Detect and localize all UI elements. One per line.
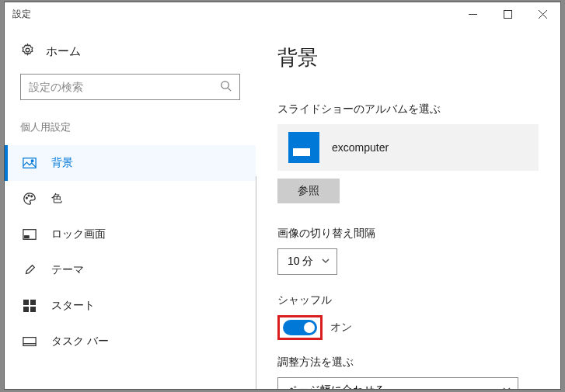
sidebar-item-taskbar[interactable]: タスク バー [5,324,256,359]
svg-rect-16 [23,307,29,312]
browse-button[interactable]: 参照 [277,179,340,203]
home-label: ホーム [46,44,81,59]
chevron-down-icon [321,255,330,268]
svg-rect-1 [504,10,512,18]
shuffle-toggle[interactable] [283,320,317,335]
window-title: 設定 [12,8,31,21]
brush-icon [22,263,37,277]
svg-rect-14 [23,300,29,305]
fit-label: 調整方法を選ぶ [277,356,539,369]
album-name: excomputer [332,141,389,154]
sidebar-item-colors[interactable]: 色 [5,181,256,217]
album-row[interactable]: excomputer [277,124,539,171]
svg-rect-15 [30,300,36,305]
sidebar-item-label: テーマ [51,263,84,277]
sidebar-item-label: 背景 [51,156,73,170]
chevron-down-icon [502,384,511,389]
minimize-button[interactable] [455,2,490,26]
album-section-label: スライドショーのアルバムを選ぶ [277,102,539,116]
content-pane: 背景 スライドショーのアルバムを選ぶ excomputer 参照 画像の切り替え… [256,26,560,389]
sidebar-item-background[interactable]: 背景 [5,145,256,181]
titlebar: 設定 [5,2,560,26]
search-input[interactable] [29,81,220,93]
taskbar-icon [22,335,37,349]
svg-point-11 [31,196,33,197]
sidebar-item-lockscreen[interactable]: ロック画面 [5,217,256,252]
svg-point-4 [26,48,30,52]
shuffle-label: シャッフル [277,293,539,307]
close-button[interactable] [525,2,560,26]
svg-rect-7 [23,158,36,168]
category-label: 個人用設定 [5,120,256,145]
page-title: 背景 [277,44,539,71]
palette-icon [22,192,37,206]
svg-point-9 [26,197,28,199]
shuffle-state: オン [330,321,352,335]
interval-value: 10 分 [288,255,313,269]
settings-window: 設定 ホーム [4,2,561,390]
annotation-highlight [277,315,323,340]
svg-line-6 [228,88,231,91]
start-icon [22,299,37,313]
svg-rect-17 [30,307,36,312]
sidebar: ホーム 個人用設定 背景 [5,26,256,389]
search-box[interactable] [20,74,240,100]
sidebar-item-label: タスク バー [51,335,109,349]
picture-icon [22,156,37,170]
svg-point-10 [28,195,30,196]
interval-dropdown[interactable]: 10 分 [277,248,337,275]
content-divider [256,176,256,389]
lockscreen-icon [22,227,37,241]
home-link[interactable]: ホーム [5,38,256,74]
folder-icon [288,132,319,163]
interval-label: 画像の切り替え間隔 [277,227,539,241]
sidebar-item-label: ロック画面 [51,227,106,241]
maximize-button[interactable] [490,2,525,26]
gear-icon [20,43,35,60]
sidebar-item-label: スタート [51,299,95,313]
sidebar-item-start[interactable]: スタート [5,288,256,324]
fit-dropdown[interactable]: ページ幅に合わせる [277,377,518,389]
sidebar-item-label: 色 [51,192,62,206]
sidebar-item-themes[interactable]: テーマ [5,252,256,288]
svg-rect-18 [23,338,36,346]
svg-rect-13 [25,236,29,238]
svg-point-5 [221,81,228,88]
search-icon [220,80,232,95]
fit-value: ページ幅に合わせる [288,383,385,389]
svg-point-8 [31,160,33,162]
